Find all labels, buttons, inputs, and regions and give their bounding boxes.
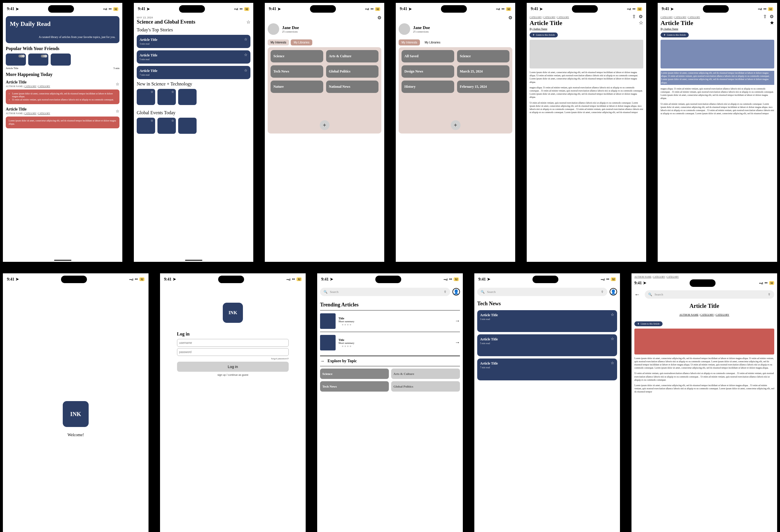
story-card[interactable]: Article Title5 min read☆ [477,334,617,356]
search-input[interactable]: 🔍Search🎙 [320,288,450,296]
tab-interests[interactable]: My Interests [268,40,289,46]
breadcrumb[interactable]: CATEGORY | CATEGORY | CATEGORY [530,16,643,19]
library-chip[interactable]: History [401,81,454,93]
star-icon[interactable]: ☆ [611,361,614,365]
home-indicator[interactable] [185,260,202,261]
add-button[interactable]: + [451,120,460,130]
interest-chip[interactable]: National News [326,81,379,93]
battery-badge: 32 [113,7,118,11]
star-icon[interactable]: ☆ [116,109,119,114]
location-icon: ➤ [539,7,543,11]
article-body: magna aliqua. Ut enim ad minim veniam, q… [530,86,643,99]
interest-chip[interactable]: Science [271,50,323,62]
library-chip[interactable]: March 25, 2024 [457,65,510,78]
topic-chip[interactable]: Science [320,369,389,379]
listen-button[interactable]: 🎙Listen to this Article [634,321,663,326]
popular-card[interactable] [6,54,26,66]
gear-icon[interactable]: ⚙ [639,14,643,19]
section-global-events: Global Events Today [137,110,250,115]
forgot-password-link[interactable]: forgot password? [177,357,289,360]
location-icon: ➤ [15,7,19,11]
add-button[interactable]: + [320,120,330,130]
profile-icon[interactable]: 👤 [610,288,617,296]
star-icon[interactable]: ☆ [246,19,250,25]
location-icon: ➤ [173,277,176,282]
location-icon: ➤ [15,277,19,282]
section-top-stories: Today's Top Stories [137,27,250,33]
topic-chip[interactable]: Global Politics [391,381,460,391]
profile-connections: 25 connections [282,30,299,33]
star-icon[interactable]: ☆ [611,313,614,317]
popular-scroll[interactable] [6,54,119,66]
interest-chip[interactable]: Arts & Culture [326,50,379,62]
popular-card[interactable] [51,54,71,66]
arrow-icon[interactable]: → [455,339,460,345]
library-chip[interactable]: Science [457,50,510,62]
star-icon[interactable]: ☆ [244,37,248,42]
thumb-scroll[interactable]: ☆ ☆ [137,118,250,134]
star-icon[interactable]: ☆ [639,19,643,26]
hero-subtitle: A curated library of articles from your … [10,35,115,39]
thumb-card[interactable] [178,118,197,134]
article-item[interactable]: Article Title ☆ AUTHOR NAME | CATEGORY |… [6,107,119,128]
gear-icon[interactable]: ⚙ [508,15,512,20]
screen-login: 9:41➤ ••ıl⚯32 INK Log in forgot password… [160,273,306,532]
listen-button[interactable]: 🎙Listen to this Article [530,33,558,38]
gear-icon[interactable]: ⚙ [377,15,381,20]
star-icon-filled[interactable]: ★ [770,19,774,26]
story-card[interactable]: Article Title5 min read☆ [137,50,250,64]
gear-icon[interactable]: ⚙ [770,14,774,19]
arrow-icon[interactable]: → [455,318,460,324]
story-card[interactable]: Article Title3 min read☆ [137,35,250,48]
share-icon[interactable]: ⇧ [632,14,636,19]
star-icon[interactable]: ☆ [244,53,248,57]
search-input[interactable]: 🔍Search🎙 [645,290,774,299]
interest-chip[interactable]: Global Politics [326,65,379,78]
mic-icon: 🎙 [532,34,535,36]
thumb-card[interactable]: ☆ [157,89,176,105]
article-item[interactable]: Article Title ☆ AUTHOR NAME | CATEGORY |… [6,80,119,104]
listen-button[interactable]: 🎙Listen to this Article [661,33,689,38]
star-icon[interactable]: ☆ [116,82,119,87]
topic-chip[interactable]: Arts & Culture [391,369,460,379]
username-input[interactable] [177,339,289,347]
library-chip[interactable]: Design News [401,65,454,78]
thumb-card[interactable]: ☆ [137,89,155,105]
thumb-card[interactable]: ☆ [157,118,176,134]
popular-card[interactable] [28,54,48,66]
tab-libraries[interactable]: My Libraries [291,40,312,46]
guest-link[interactable]: sign up / continue as guest [163,373,303,376]
search-input[interactable]: 🔍Search🎙 [477,288,607,296]
trending-item[interactable]: TitleShort summary → [320,332,460,353]
breadcrumb[interactable]: CATEGORY | CATEGORY | CATEGORY [661,16,774,19]
back-icon[interactable]: ← [634,291,640,298]
story-card[interactable]: Article Title7 min read☆ [477,359,617,380]
profile-icon[interactable]: 👤 [452,288,460,296]
tab-interests[interactable]: My Interests [399,40,420,46]
login-submit-button[interactable]: Log in [177,362,289,372]
avatar[interactable] [399,23,410,35]
library-chip[interactable]: February 15, 2024 [457,81,510,93]
interest-chip[interactable]: Tech News [271,65,323,78]
article-body-highlighted[interactable]: Lorem ipsum dolor sit amet, consectetur … [661,71,774,85]
interest-chip[interactable]: Nature [271,81,323,93]
star-icon[interactable]: ☆ [611,337,614,341]
library-chip[interactable]: All Saved [401,50,454,62]
thumb-scroll[interactable]: ☆ ☆ [137,89,250,105]
trending-item[interactable]: TitleShort summary → [320,310,460,332]
share-icon[interactable]: ⇧ [763,14,767,19]
story-card[interactable]: Article Title3 min read☆ [477,310,617,332]
screen-profile-interests: 9:41➤ ••ıl⚯32 ⚙ Jane Doe25 connections M… [265,3,384,262]
top-breadcrumb[interactable]: AUTHOR NAME | CATEGORY | CATEGORY [634,276,774,278]
topic-chip[interactable]: Tech News [320,381,389,391]
home-indicator[interactable] [54,260,71,261]
story-card[interactable]: Article Title7 min read☆ [137,66,250,79]
tab-libraries[interactable]: My Libraries [422,40,443,46]
category-heading: Tech News [477,301,617,307]
thumb-card[interactable] [178,89,197,105]
password-input[interactable] [177,348,289,356]
thumb-card[interactable]: ☆ [137,118,155,134]
avatar[interactable] [268,23,279,35]
star-icon: ☆ [151,119,153,122]
star-icon[interactable]: ☆ [244,68,248,73]
